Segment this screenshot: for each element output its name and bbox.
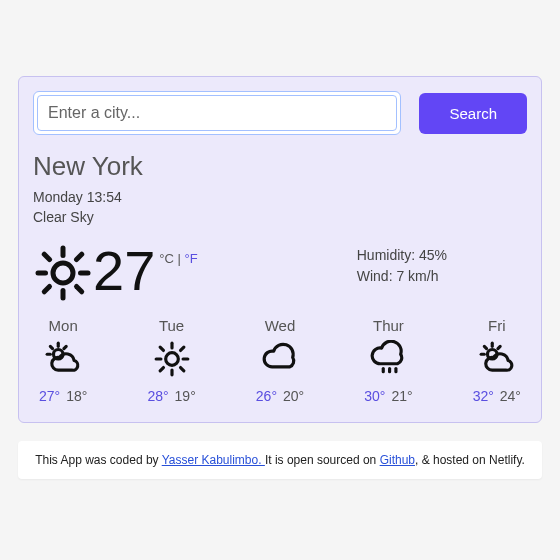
weather-card: Search New York Monday 13:54 Clear Sky 2… bbox=[18, 76, 542, 423]
footer-text-pre: This App was coded by bbox=[35, 453, 162, 467]
forecast-temps: 32°24° bbox=[473, 388, 521, 404]
forecast-day-label: Mon bbox=[39, 317, 87, 334]
author-link[interactable]: Yasser Kabulimbo. bbox=[162, 453, 265, 467]
partly-cloudy-icon bbox=[44, 340, 82, 378]
forecast-high: 26° bbox=[256, 388, 277, 404]
forecast-high: 32° bbox=[473, 388, 494, 404]
search-input[interactable] bbox=[37, 95, 397, 131]
forecast-low: 19° bbox=[175, 388, 196, 404]
forecast-temps: 30°21° bbox=[364, 388, 412, 404]
forecast-day-label: Fri bbox=[473, 317, 521, 334]
forecast-temps: 28°19° bbox=[147, 388, 195, 404]
forecast-low: 21° bbox=[391, 388, 412, 404]
cloud-icon bbox=[261, 340, 299, 378]
forecast-temps: 26°20° bbox=[256, 388, 304, 404]
current-details: Humidity: 45% Wind: 7 km/h bbox=[317, 243, 527, 303]
forecast-day: Wed26°20° bbox=[256, 317, 304, 404]
wind-label: Wind: bbox=[357, 268, 397, 284]
current-temp: 27 bbox=[93, 243, 155, 299]
forecast-low: 24° bbox=[500, 388, 521, 404]
forecast-day: Fri32°24° bbox=[473, 317, 521, 404]
wind-value: 7 km/h bbox=[396, 268, 438, 284]
condition-text: Clear Sky bbox=[33, 208, 527, 228]
current-row: 27 °C | °F Humidity: 45% Wind: 7 km/h bbox=[33, 243, 527, 303]
search-row: Search bbox=[33, 91, 527, 135]
search-button[interactable]: Search bbox=[419, 93, 527, 134]
unit-separator: | bbox=[174, 251, 185, 266]
forecast-day-label: Thur bbox=[364, 317, 412, 334]
forecast-day: Thur30°21° bbox=[364, 317, 412, 404]
city-name: New York bbox=[33, 151, 527, 182]
search-input-wrap bbox=[33, 91, 401, 135]
datetime-text: Monday 13:54 bbox=[33, 188, 527, 208]
forecast-temps: 27°18° bbox=[39, 388, 87, 404]
current-meta: Monday 13:54 Clear Sky bbox=[33, 188, 527, 227]
footer-text-mid: It is open sourced on bbox=[265, 453, 380, 467]
forecast-row: Mon27°18°Tue28°19°Wed26°20°Thur30°21°Fri… bbox=[33, 317, 527, 404]
sun-icon bbox=[33, 243, 93, 303]
forecast-day-label: Wed bbox=[256, 317, 304, 334]
wind-row: Wind: 7 km/h bbox=[357, 266, 447, 287]
sun-icon bbox=[153, 340, 191, 378]
footer: This App was coded by Yasser Kabulimbo. … bbox=[18, 441, 542, 479]
humidity-label: Humidity: bbox=[357, 247, 419, 263]
forecast-day: Tue28°19° bbox=[147, 317, 195, 404]
forecast-day: Mon27°18° bbox=[39, 317, 87, 404]
unit-celsius[interactable]: °C bbox=[159, 251, 174, 266]
forecast-high: 30° bbox=[364, 388, 385, 404]
unit-fahrenheit[interactable]: °F bbox=[185, 251, 198, 266]
forecast-high: 27° bbox=[39, 388, 60, 404]
drizzle-icon bbox=[369, 340, 407, 378]
forecast-high: 28° bbox=[147, 388, 168, 404]
unit-toggle: °C | °F bbox=[159, 251, 197, 266]
forecast-low: 18° bbox=[66, 388, 87, 404]
partly-cloudy-icon bbox=[478, 340, 516, 378]
github-link[interactable]: Github bbox=[380, 453, 415, 467]
humidity-row: Humidity: 45% bbox=[357, 245, 447, 266]
forecast-day-label: Tue bbox=[147, 317, 195, 334]
forecast-low: 20° bbox=[283, 388, 304, 404]
humidity-value: 45% bbox=[419, 247, 447, 263]
footer-text-post: , & hosted on Netlify. bbox=[415, 453, 525, 467]
current-left: 27 °C | °F bbox=[33, 243, 198, 303]
